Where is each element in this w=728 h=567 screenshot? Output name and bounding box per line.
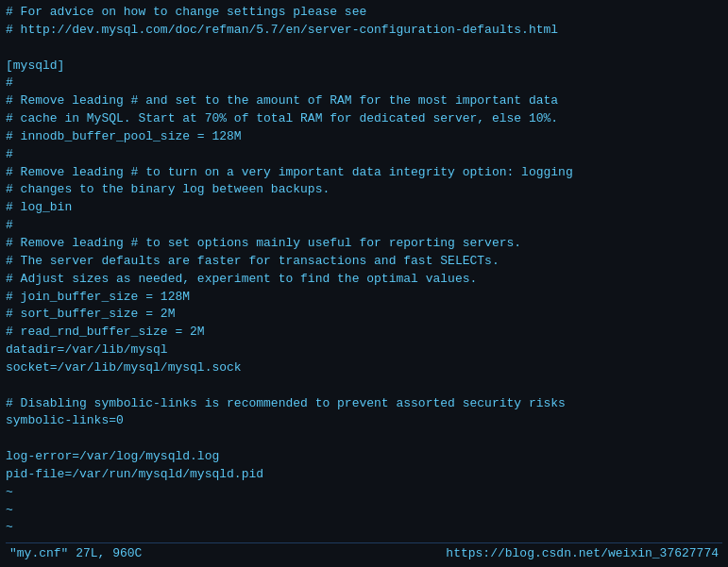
terminal-content: # For advice on how to change settings p… <box>6 4 722 542</box>
line: # For advice on how to change settings p… <box>6 4 722 22</box>
line: # innodb_buffer_pool_size = 128M <box>6 128 722 146</box>
line: # The server defaults are faster for tra… <box>6 253 722 271</box>
line: # changes to the binary log between back… <box>6 181 722 199</box>
line: # Disabling symbolic-links is recommende… <box>6 395 722 413</box>
status-url: https://blog.csdn.net/weixin_37627774 <box>446 546 719 560</box>
line: socket=/var/lib/mysql/mysql.sock <box>6 359 722 377</box>
line: ~ <box>6 484 722 502</box>
line: # Remove leading # and set to the amount… <box>6 92 722 110</box>
line <box>6 377 722 395</box>
line <box>6 430 722 448</box>
line: pid-file=/var/run/mysqld/mysqld.pid <box>6 466 722 484</box>
line <box>6 40 722 58</box>
line: # log_bin <box>6 199 722 217</box>
line: # <box>6 146 722 164</box>
line: # http://dev.mysql.com/doc/refman/5.7/en… <box>6 22 722 40</box>
line: log-error=/var/log/mysqld.log <box>6 448 722 466</box>
status-bar: "my.cnf" 27L, 960C https://blog.csdn.net… <box>6 542 722 563</box>
line: # Remove leading # to turn on a very imp… <box>6 164 722 182</box>
line: ~ <box>6 502 722 520</box>
line: # read_rnd_buffer_size = 2M <box>6 324 722 342</box>
line: # Remove leading # to set options mainly… <box>6 235 722 253</box>
line: # join_buffer_size = 128M <box>6 289 722 307</box>
line: # <box>6 217 722 235</box>
terminal-window: # For advice on how to change settings p… <box>0 0 728 567</box>
line: [mysqld] <box>6 58 722 75</box>
status-file-info: "my.cnf" 27L, 960C <box>9 546 142 560</box>
line: symbolic-links=0 <box>6 412 722 430</box>
line: ~ <box>6 519 722 537</box>
line: datadir=/var/lib/mysql <box>6 342 722 359</box>
line: # Adjust sizes as needed, experiment to … <box>6 271 722 289</box>
line: # sort_buffer_size = 2M <box>6 306 722 324</box>
line: # <box>6 75 722 92</box>
line: # cache in MySQL. Start at 70% of total … <box>6 110 722 128</box>
